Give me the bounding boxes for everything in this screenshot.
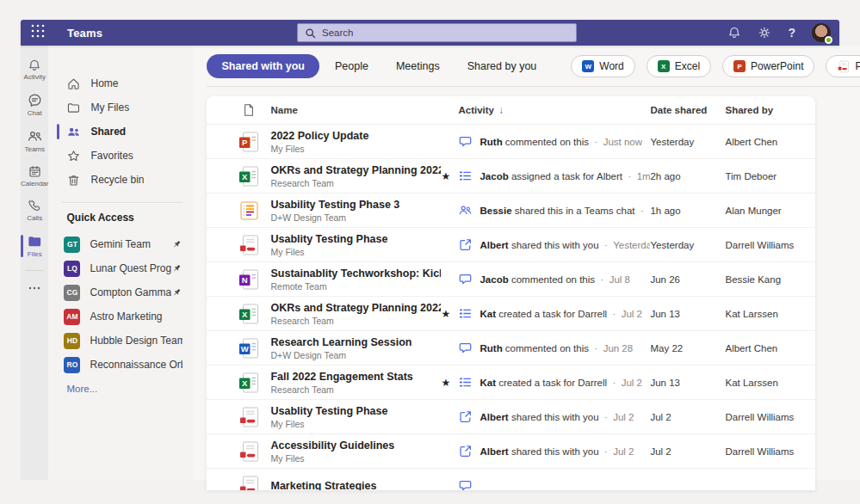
app-launcher-button[interactable]	[21, 20, 55, 46]
shared-by-cell: Albert Chen	[725, 343, 815, 353]
pin-icon[interactable]	[171, 263, 183, 274]
file-name: Fall 2022 Engagement Stats	[270, 371, 441, 383]
favorite-star-icon[interactable]: ★	[441, 170, 458, 182]
help-button[interactable]: ?	[788, 26, 795, 40]
table-row[interactable]: XOKRs and Strategy Planning 2022Research…	[207, 159, 815, 194]
rail-item-files[interactable]: Files	[21, 227, 48, 263]
pin-icon[interactable]	[171, 287, 183, 298]
rail-item-activity[interactable]: Activity	[21, 52, 48, 86]
rail-item-calls[interactable]: Calls	[21, 193, 48, 227]
date-shared-cell: Yesterday	[650, 240, 725, 250]
rail-item-chat[interactable]: Chat	[21, 86, 48, 122]
table-row[interactable]: Usability Testing Phase 3D+W Design Team…	[207, 194, 815, 228]
activity-actor: Kat	[479, 309, 496, 319]
filter-powerpoint[interactable]: PPowerPoint	[722, 55, 814, 77]
profile-avatar[interactable]	[812, 23, 831, 42]
sidebar-item-my-files[interactable]: My Files	[48, 95, 193, 120]
activity-actor: Jacob	[479, 274, 508, 285]
team-avatar: CG	[64, 285, 80, 301]
toolbar: Shared with youPeopleMeetingsShared by y…	[193, 46, 860, 78]
presence-indicator	[825, 36, 832, 44]
share-icon	[458, 237, 473, 252]
sidebar-item-recycle-bin[interactable]: Recycle bin	[48, 168, 193, 192]
app-window: Teams ? ActivityChatTeamsCalendarCallsFi…	[21, 20, 839, 490]
filter-pdf[interactable]: PDF	[826, 55, 860, 77]
rail-more-button[interactable]	[22, 276, 46, 300]
shared-by-cell: Alan Munger	[725, 206, 815, 216]
sidebar-item-label: Home	[90, 77, 118, 89]
files-table-card: Name Activity ↓ Date shared Shared by P2…	[207, 96, 815, 490]
file-name: Usability Testing Phase 3	[270, 199, 441, 211]
rail-item-calendar[interactable]: Calendar	[21, 158, 48, 193]
table-row[interactable]: WResearch Learning SessionD+W Design Tea…	[207, 331, 815, 366]
bell-icon	[727, 26, 741, 40]
search-box[interactable]	[297, 23, 577, 42]
notifications-button[interactable]	[727, 26, 741, 40]
column-header-date-shared[interactable]: Date shared	[650, 105, 725, 115]
tab-shared-by-you[interactable]: Shared by you	[455, 54, 549, 78]
table-row[interactable]: XFall 2022 Engagement StatsResearch Team…	[207, 366, 815, 400]
date-shared-cell: Jun 13	[650, 309, 725, 319]
column-header-name[interactable]: Name	[270, 105, 441, 115]
pin-icon[interactable]	[171, 239, 183, 250]
team-item-hubble-design-team[interactable]: HDHubble Design Team	[48, 329, 193, 353]
activity-actor: Albert	[479, 412, 508, 422]
rail-item-label: Teams	[24, 145, 45, 153]
sidebar-item-favorites[interactable]: Favorites	[48, 144, 193, 168]
sidebar-item-label: Shared	[90, 126, 126, 138]
team-name: Lunar Quest Progra...	[90, 262, 171, 274]
tasklist-icon	[458, 169, 473, 183]
file-icon-onenote: N	[227, 268, 270, 291]
settings-button[interactable]	[758, 26, 771, 40]
table-row[interactable]: XOKRs and Strategy Planning 2022 (draft)…	[207, 297, 815, 331]
team-item-astro-marketing[interactable]: AMAstro Marketing	[48, 304, 193, 329]
team-avatar: AM	[64, 309, 80, 325]
powerpoint-file-icon: P	[733, 60, 746, 72]
svg-text:N: N	[242, 275, 248, 285]
rail-item-label: Chat	[28, 109, 42, 117]
rail-item-teams[interactable]: Teams	[21, 122, 48, 158]
team-item-reconnaissance-orb[interactable]: ROReconnaissance Orb...	[48, 353, 193, 377]
table-row[interactable]: Accessibility GuidelinesMy FilesAlbert s…	[207, 434, 815, 469]
table-row[interactable]: Usablity Testing PhaseMy FilesAlbert sha…	[207, 400, 815, 434]
column-header-activity[interactable]: Activity ↓	[458, 104, 650, 116]
left-rail: ActivityChatTeamsCalendarCallsFiles	[21, 46, 48, 480]
sidebar-item-shared[interactable]: Shared	[48, 120, 193, 144]
favorite-star-icon[interactable]: ★	[441, 377, 458, 389]
file-icon-excel: X	[227, 372, 270, 394]
tab-people[interactable]: People	[323, 54, 381, 78]
table-row[interactable]: Usablity Testing PhaseMy FilesAlbert sha…	[207, 228, 815, 262]
more-link[interactable]: More...	[48, 384, 97, 394]
date-shared-cell: Jun 26	[650, 274, 725, 285]
table-row[interactable]: Marketing Strategies	[207, 469, 815, 490]
search-input[interactable]	[322, 28, 569, 38]
sidebar-item-home[interactable]: Home	[48, 71, 193, 95]
file-icon-excel: X	[227, 165, 270, 187]
file-icon-word: W	[227, 337, 270, 360]
activity-text: Ruth commented on this · Jun 28	[479, 343, 633, 353]
toolbar-divider	[207, 86, 860, 87]
tab-meetings[interactable]: Meetings	[384, 54, 452, 78]
activity-text: Albert shared this with you · Jul 2	[479, 446, 634, 457]
date-shared-cell: May 22	[650, 343, 725, 353]
activity-actor: Ruth	[479, 343, 502, 353]
comment-icon	[458, 341, 473, 355]
favorite-star-icon[interactable]: ★	[441, 308, 458, 320]
table-row[interactable]: NSustainablity Techworkshop: KickoffRemo…	[207, 262, 815, 297]
activity-text: Albert shared this with you · Yesterday	[479, 240, 650, 250]
team-item-gemini-team[interactable]: GTGemini Team	[48, 232, 193, 256]
rail-divider	[25, 270, 44, 271]
filter-excel[interactable]: XExcel	[647, 55, 711, 77]
tab-shared-with-you[interactable]: Shared with you	[207, 54, 319, 78]
file-name: Usablity Testing Phase	[270, 233, 441, 245]
table-row[interactable]: P2022 Policy UpdateMy FilesRuth commente…	[207, 125, 815, 159]
team-item-compton-gamma-r[interactable]: CGCompton Gamma-R...	[48, 280, 193, 304]
help-icon: ?	[788, 26, 795, 40]
file-name: Sustainablity Techworkshop: Kickoff	[270, 267, 441, 280]
team-item-lunar-quest-progra[interactable]: LQLunar Quest Progra...	[48, 256, 193, 280]
filter-word[interactable]: WWord	[571, 55, 634, 77]
date-shared-cell: Jul 2	[650, 412, 725, 422]
rail-item-label: Activity	[24, 73, 46, 81]
calendar-icon	[28, 164, 42, 179]
column-header-shared-by[interactable]: Shared by	[725, 105, 815, 115]
